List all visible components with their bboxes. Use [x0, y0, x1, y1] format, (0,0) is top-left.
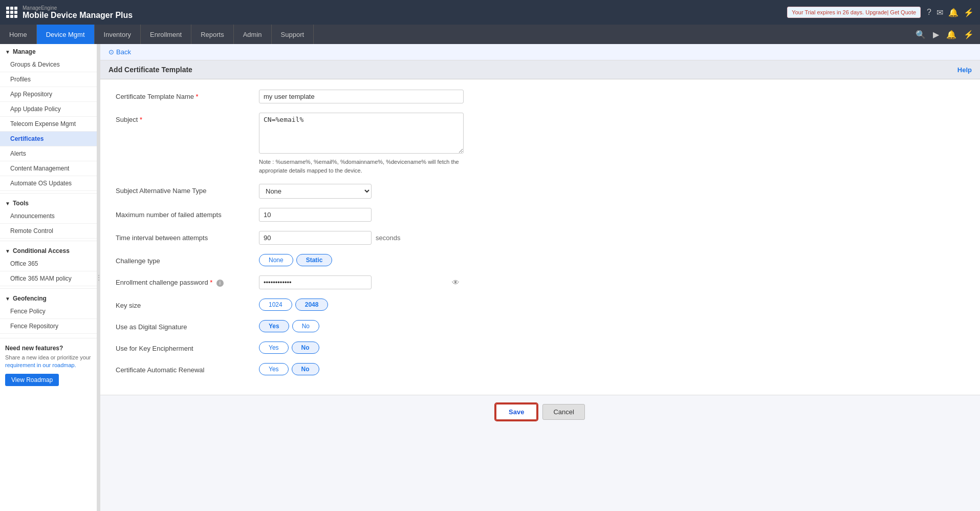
chevron-manage-icon: ▼: [5, 49, 10, 55]
sidebar-item-fence-policy[interactable]: Fence Policy: [0, 304, 97, 319]
mail-icon[interactable]: ✉: [937, 8, 943, 17]
search-nav-icon[interactable]: 🔍: [916, 30, 926, 39]
enroll-password-control: 👁: [259, 275, 464, 289]
top-right-area: Your Trial expires in 26 days. Upgrade| …: [787, 7, 974, 18]
top-banner: ManageEngine Mobile Device Manager Plus …: [0, 0, 980, 25]
san-type-select[interactable]: None RFC 822 Name DNS Name URI NT Princi…: [259, 184, 372, 199]
time-interval-control: seconds: [259, 231, 464, 245]
save-button[interactable]: Save: [495, 403, 537, 420]
question-icon[interactable]: ?: [927, 8, 931, 17]
video-icon[interactable]: ▶: [933, 30, 939, 39]
nav-device-mgmt[interactable]: Device Mgmt: [37, 25, 95, 44]
challenge-static-btn[interactable]: Static: [296, 254, 333, 266]
back-bar: ⊙ Back: [100, 44, 980, 60]
cert-template-name-label: Certificate Template Name *: [116, 90, 259, 100]
cancel-button[interactable]: Cancel: [542, 404, 584, 420]
sidebar-item-announcements[interactable]: Announcements: [0, 209, 97, 224]
nav-support[interactable]: Support: [272, 25, 314, 44]
nav-enrollment[interactable]: Enrollment: [141, 25, 191, 44]
brand-text: ManageEngine Mobile Device Manager Plus: [23, 5, 133, 20]
nav-reports[interactable]: Reports: [191, 25, 234, 44]
key-enc-label: Use for Key Encipherment: [116, 342, 259, 352]
chevron-tools-icon: ▼: [5, 201, 10, 206]
form-row-time-interval: Time interval between attempts seconds: [116, 231, 965, 245]
trial-notice[interactable]: Your Trial expires in 26 days. Upgrade| …: [787, 7, 921, 18]
required-indicator-3: *: [210, 279, 212, 286]
required-indicator-2: *: [140, 116, 142, 123]
time-interval-input[interactable]: [259, 231, 372, 245]
app-grid-icon[interactable]: [6, 7, 17, 18]
sidebar-divider-1: [0, 193, 97, 194]
required-indicator: *: [196, 93, 199, 100]
form-row-auto-renewal: Certificate Automatic Renewal Yes No: [116, 363, 965, 375]
cert-template-name-input[interactable]: [259, 90, 464, 103]
time-interval-label: Time interval between attempts: [116, 231, 259, 242]
key-enc-no-btn[interactable]: No: [292, 342, 319, 354]
form-container: Add Certificate Template Help Certificat…: [100, 60, 980, 429]
key-enc-yes-btn[interactable]: Yes: [259, 342, 289, 354]
sidebar-item-office365[interactable]: Office 365: [0, 257, 97, 271]
sidebar-item-app-update-policy[interactable]: App Update Policy: [0, 102, 97, 117]
sidebar-item-fence-repository[interactable]: Fence Repository: [0, 319, 97, 334]
san-control: None RFC 822 Name DNS Name URI NT Princi…: [259, 184, 464, 199]
bell-icon[interactable]: 🔔: [948, 8, 959, 17]
form-row-key-size: Key size 1024 2048: [116, 299, 965, 311]
power-icon[interactable]: ⚡: [964, 30, 974, 39]
sidebar-item-content-management[interactable]: Content Management: [0, 161, 97, 176]
enroll-password-info-icon[interactable]: i: [216, 280, 224, 287]
brand-sub: ManageEngine: [23, 5, 133, 11]
lightning-icon[interactable]: ⚡: [964, 8, 974, 17]
sidebar-item-automate-os[interactable]: Automate OS Updates: [0, 176, 97, 191]
max-attempts-label: Maximum number of failed attempts: [116, 208, 259, 219]
sidebar-section-manage[interactable]: ▼ Manage: [0, 44, 97, 57]
nav-home[interactable]: Home: [0, 25, 37, 44]
auto-renewal-no-btn[interactable]: No: [292, 363, 319, 375]
sidebar-section-tools[interactable]: ▼ Tools: [0, 196, 97, 209]
key-size-1024-btn[interactable]: 1024: [259, 299, 292, 311]
alert-nav-icon[interactable]: 🔔: [946, 30, 956, 39]
auto-renewal-label: Certificate Automatic Renewal: [116, 363, 259, 374]
digital-sig-yes-btn[interactable]: Yes: [259, 320, 289, 332]
sidebar-item-office365-mam[interactable]: Office 365 MAM policy: [0, 271, 97, 286]
form-row-max-attempts: Maximum number of failed attempts: [116, 208, 965, 222]
view-roadmap-button[interactable]: View Roadmap: [5, 374, 59, 386]
enroll-password-input[interactable]: [259, 275, 372, 289]
max-attempts-control: [259, 208, 464, 222]
key-size-toggle-group: 1024 2048: [259, 299, 464, 311]
main-layout: ▼ Manage Groups & Devices Profiles App R…: [0, 44, 980, 511]
challenge-toggle-group: None Static: [259, 254, 464, 266]
sidebar-item-app-repository[interactable]: App Repository: [0, 87, 97, 102]
sidebar-footer-title: Need new features?: [5, 345, 92, 352]
back-button[interactable]: ⊙ Back: [108, 48, 131, 56]
max-attempts-input[interactable]: [259, 208, 372, 222]
form-row-san: Subject Alternative Name Type None RFC 8…: [116, 184, 965, 199]
key-size-2048-btn[interactable]: 2048: [295, 299, 329, 311]
challenge-none-btn[interactable]: None: [259, 254, 293, 266]
sidebar-item-alerts[interactable]: Alerts: [0, 146, 97, 161]
nav-inventory[interactable]: Inventory: [95, 25, 141, 44]
sidebar-item-groups-devices[interactable]: Groups & Devices: [0, 57, 97, 72]
sidebar-item-profiles[interactable]: Profiles: [0, 72, 97, 87]
subject-textarea[interactable]: CN=%email%: [259, 113, 464, 154]
form-row-challenge-type: Challenge type None Static: [116, 254, 965, 266]
san-label: Subject Alternative Name Type: [116, 184, 259, 195]
form-header: Add Certificate Template Help: [100, 60, 980, 79]
sidebar: ▼ Manage Groups & Devices Profiles App R…: [0, 44, 97, 511]
form-row-subject: Subject * CN=%email% Note : %username%, …: [116, 113, 965, 175]
nav-right-icons: 🔍 ▶ 🔔 ⚡: [909, 25, 980, 44]
nav-admin[interactable]: Admin: [234, 25, 272, 44]
challenge-type-control: None Static: [259, 254, 464, 266]
help-link[interactable]: Help: [957, 66, 972, 74]
sidebar-item-remote-control[interactable]: Remote Control: [0, 224, 97, 239]
seconds-suffix: seconds: [376, 234, 400, 242]
subject-label: Subject *: [116, 113, 259, 123]
digital-sig-no-btn[interactable]: No: [292, 320, 319, 332]
eye-icon[interactable]: 👁: [452, 278, 460, 287]
sidebar-item-telecom[interactable]: Telecom Expense Mgmt: [0, 117, 97, 132]
auto-renewal-yes-btn[interactable]: Yes: [259, 363, 289, 375]
enroll-password-label: Enrollment challenge password * i: [116, 275, 259, 287]
sidebar-section-geofencing[interactable]: ▼ Geofencing: [0, 291, 97, 304]
sidebar-section-conditional[interactable]: ▼ Conditional Access: [0, 243, 97, 257]
digital-sig-toggle-group: Yes No: [259, 320, 464, 332]
sidebar-item-certificates[interactable]: Certificates: [0, 132, 97, 146]
